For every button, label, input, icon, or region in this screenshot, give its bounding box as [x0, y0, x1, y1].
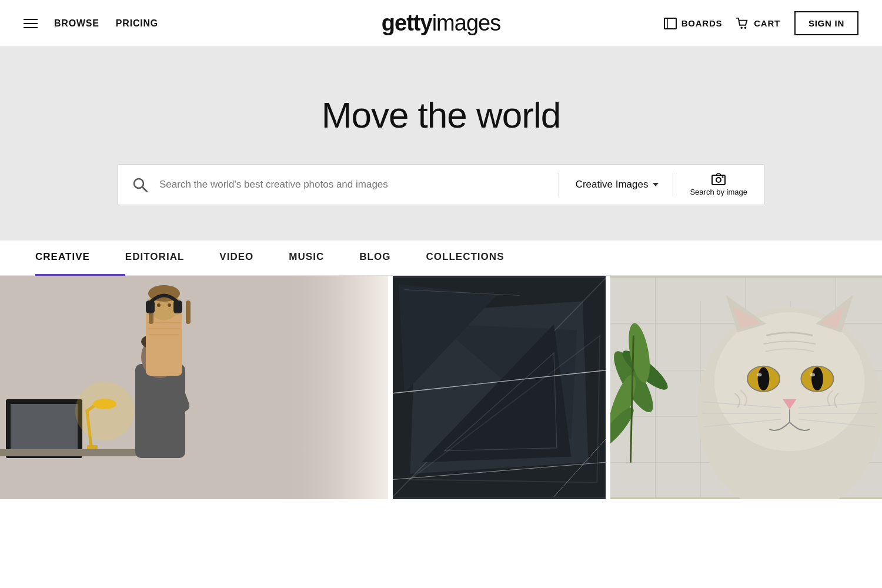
svg-point-16	[75, 382, 134, 440]
search-divider-1	[559, 173, 559, 196]
tab-music[interactable]: MUSIC	[289, 240, 359, 276]
svg-point-73	[758, 368, 770, 390]
tab-blog[interactable]: BLOG	[359, 240, 426, 276]
svg-point-36	[157, 303, 161, 307]
cart-button[interactable]: CART	[736, 18, 780, 29]
hamburger-menu[interactable]	[24, 19, 38, 28]
svg-point-7	[716, 178, 721, 182]
svg-rect-33	[186, 300, 191, 324]
image-cell-cat[interactable]	[606, 276, 882, 499]
search-type-button[interactable]: Creative Images	[562, 179, 673, 191]
father-child-image	[0, 276, 388, 499]
logo-light: images	[432, 11, 501, 35]
boards-label: BOARDS	[681, 18, 723, 28]
svg-point-37	[168, 303, 171, 307]
svg-point-74	[757, 373, 762, 376]
svg-line-5	[142, 187, 147, 192]
chevron-down-icon	[653, 183, 659, 186]
site-logo[interactable]: gettyimages	[382, 11, 500, 36]
svg-point-8	[722, 176, 724, 178]
tab-creative[interactable]: CREATIVE	[35, 240, 125, 276]
sign-in-button[interactable]: SIGN IN	[794, 11, 858, 35]
search-icon	[132, 177, 148, 192]
search-input[interactable]	[159, 179, 556, 191]
pricing-link[interactable]: PRICING	[116, 18, 158, 29]
search-icon-wrap	[118, 177, 159, 192]
svg-rect-12	[11, 404, 78, 453]
browse-link[interactable]: BROWSE	[54, 18, 99, 29]
svg-rect-34	[146, 300, 155, 313]
tab-video[interactable]: VIDEO	[219, 240, 289, 276]
search-by-image-label: Search by image	[690, 188, 747, 196]
nav-tabs: CREATIVE EDITORIAL VIDEO MUSIC BLOG COLL…	[0, 240, 882, 276]
boards-button[interactable]: BOARDS	[664, 18, 723, 29]
header-left: BROWSE PRICING	[24, 18, 158, 29]
cart-icon	[736, 18, 749, 29]
hero-section: Move the world Creative Images Search by…	[0, 47, 882, 240]
header: BROWSE PRICING gettyimages BOARDS CART S…	[0, 0, 882, 47]
svg-rect-0	[664, 18, 676, 29]
image-cell-father-child[interactable]	[0, 276, 388, 499]
svg-point-77	[811, 368, 823, 390]
svg-rect-10	[282, 276, 388, 499]
cart-label: CART	[754, 18, 780, 28]
search-type-label: Creative Images	[576, 179, 649, 191]
svg-rect-17	[87, 445, 98, 450]
header-right: BOARDS CART SIGN IN	[664, 11, 858, 35]
image-grid	[0, 276, 882, 499]
svg-point-78	[810, 373, 815, 376]
search-bar: Creative Images Search by image	[118, 164, 764, 205]
image-cell-geometric[interactable]	[388, 276, 606, 499]
search-by-image-button[interactable]: Search by image	[673, 173, 764, 196]
svg-point-3	[744, 26, 747, 29]
tab-collections[interactable]: COLLECTIONS	[426, 240, 539, 276]
hero-title: Move the world	[322, 94, 560, 136]
boards-icon	[664, 18, 677, 29]
cat-image	[610, 276, 882, 499]
tab-editorial[interactable]: EDITORIAL	[125, 240, 219, 276]
logo-bold: getty	[382, 11, 432, 35]
svg-point-2	[741, 26, 743, 29]
camera-icon	[711, 173, 726, 186]
geometric-image	[393, 276, 606, 499]
svg-rect-35	[173, 300, 182, 313]
